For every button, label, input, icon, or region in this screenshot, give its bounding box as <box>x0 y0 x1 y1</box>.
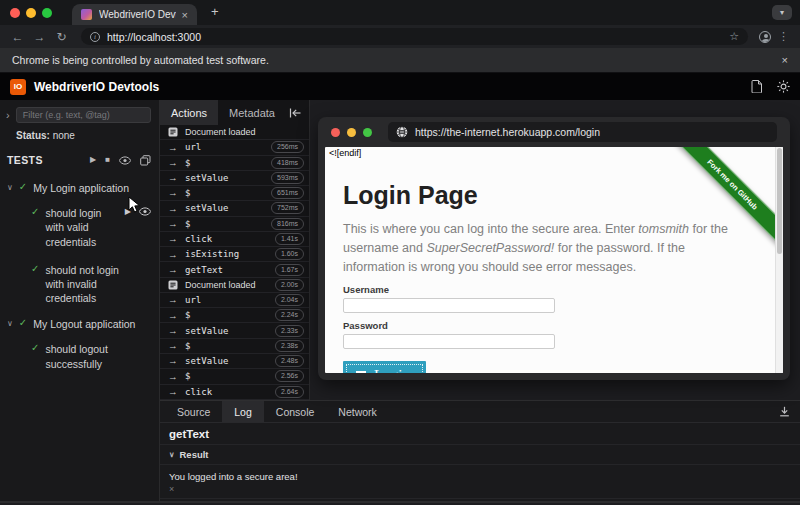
action-row[interactable]: →getText1.67s <box>160 262 309 277</box>
passed-check-icon: ✓ <box>31 342 39 354</box>
tab-log[interactable]: Log <box>222 401 264 422</box>
chevron-down-icon[interactable]: ∨ <box>7 181 13 192</box>
test-group-header[interactable]: ∨✓My Login application <box>0 176 159 199</box>
page-scrollbar[interactable] <box>775 147 783 373</box>
address-bar[interactable]: i http://localhost:3000 ☆ <box>81 28 748 45</box>
action-label: $ <box>185 310 268 320</box>
replay-url: https://the-internet.herokuapp.com/login <box>415 126 600 138</box>
action-label: url <box>185 295 268 305</box>
address-url[interactable]: http://localhost:3000 <box>107 31 722 43</box>
result-dismiss-icon[interactable]: × <box>169 484 791 494</box>
reload-icon[interactable]: ↻ <box>53 31 70 43</box>
run-spec-play-icon[interactable]: ▶ <box>125 208 131 216</box>
result-label: Result <box>180 449 209 460</box>
result-message: You logged into a secure area! <box>169 471 791 482</box>
sidebar-collapse-icon[interactable]: › <box>6 110 10 121</box>
action-row[interactable]: →url2.04s <box>160 293 309 308</box>
action-row[interactable]: →$418ms <box>160 156 309 171</box>
test-spec-row[interactable]: ✓should logout successfully <box>0 335 159 377</box>
action-label: click <box>185 234 268 244</box>
action-row[interactable]: →setValue593ms <box>160 171 309 186</box>
window-close-button[interactable] <box>10 8 20 18</box>
action-row[interactable]: →$2.24s <box>160 308 309 323</box>
test-spec-row[interactable]: ✓should login with valid credentials▶ <box>0 199 159 256</box>
tab-actions[interactable]: Actions <box>160 100 218 125</box>
automation-banner-text: Chrome is being controlled by automated … <box>12 54 269 66</box>
action-row[interactable]: →$2.56s <box>160 369 309 384</box>
tab-close-icon[interactable]: × <box>176 9 188 21</box>
username-label: Username <box>343 284 743 295</box>
action-row[interactable]: Document loaded2.00s <box>160 278 309 293</box>
action-row[interactable]: →$816ms <box>160 217 309 232</box>
action-row[interactable]: →$651ms <box>160 186 309 201</box>
theme-toggle-sun-icon[interactable] <box>777 80 790 93</box>
download-log-icon[interactable] <box>779 406 790 417</box>
tab-network[interactable]: Network <box>326 401 389 422</box>
action-row[interactable]: →url256ms <box>160 140 309 155</box>
app-title: WebdriverIO Devtools <box>34 80 159 94</box>
fork-me-ribbon[interactable]: Fork me on GitHub <box>667 147 775 250</box>
window-minimize-button[interactable] <box>26 8 36 18</box>
stop-icon[interactable]: ■ <box>105 156 110 164</box>
tab-source[interactable]: Source <box>165 401 222 422</box>
report-file-icon[interactable] <box>751 80 763 93</box>
action-row[interactable]: →setValue2.48s <box>160 354 309 369</box>
test-spec-row[interactable]: ✓should not login with invalid credentia… <box>0 256 159 313</box>
browser-tab[interactable]: WebdriverIO Devtools × <box>72 4 197 25</box>
forward-icon[interactable]: → <box>31 31 48 43</box>
copy-layers-icon[interactable] <box>140 155 151 166</box>
collapse-panel-button[interactable] <box>289 104 309 122</box>
replay-browser-window: https://the-internet.herokuapp.com/login… <box>318 117 790 380</box>
action-row[interactable]: →isExisting1.60s <box>160 247 309 262</box>
action-time-badge: 2.64s <box>275 386 304 398</box>
tab-search-button[interactable]: ▾ <box>772 5 792 20</box>
action-row[interactable]: →click1.41s <box>160 232 309 247</box>
tab-console[interactable]: Console <box>264 401 327 422</box>
browser-menu-icon[interactable]: ⋮ <box>776 30 791 43</box>
bookmark-star-icon[interactable]: ☆ <box>729 30 739 43</box>
watch-eye-icon[interactable] <box>119 156 131 165</box>
collapse-panel-icon[interactable] <box>289 108 301 118</box>
status-label: Status: <box>16 130 50 141</box>
test-spec-name: should login with valid credentials <box>45 206 118 249</box>
test-group: ∨✓My Login application✓should login with… <box>0 176 159 312</box>
action-row[interactable]: →setValue752ms <box>160 201 309 216</box>
action-label: setValue <box>185 356 268 366</box>
username-input[interactable] <box>343 298 555 313</box>
back-icon[interactable]: ← <box>9 31 26 43</box>
action-label: $ <box>185 219 264 229</box>
action-label: $ <box>185 158 264 168</box>
tab-metadata[interactable]: Metadata <box>218 100 286 125</box>
command-arrow-icon: → <box>168 372 178 382</box>
action-row[interactable]: →$2.38s <box>160 339 309 354</box>
password-input[interactable] <box>343 334 555 349</box>
action-row[interactable]: →setValue2.33s <box>160 323 309 338</box>
test-spec-name: should not login with invalid credential… <box>45 263 125 306</box>
test-group-header[interactable]: ∨✓My Logout application <box>0 312 159 335</box>
highlight-eye-icon[interactable] <box>139 207 151 216</box>
action-row[interactable]: →click2.64s <box>160 385 309 400</box>
command-arrow-icon: → <box>168 234 178 244</box>
action-label: setValue <box>185 203 264 213</box>
login-button[interactable]: Login <box>343 361 426 373</box>
page-scrollbar-thumb[interactable] <box>777 148 782 254</box>
profile-avatar-icon[interactable] <box>759 31 771 43</box>
action-time-badge: 752ms <box>271 202 304 214</box>
page-info-icon[interactable]: i <box>90 32 100 42</box>
endif-comment-text: <![endif] <box>329 148 361 158</box>
new-tab-button[interactable]: + <box>197 4 219 22</box>
tests-sidebar: › Status: none TESTS ▶ ■ ∨✓My Login appl… <box>0 100 160 501</box>
password-label: Password <box>343 320 743 331</box>
banner-close-icon[interactable]: × <box>782 54 788 66</box>
result-section-header[interactable]: ∨ Result <box>160 445 800 465</box>
test-group-name: My Logout application <box>33 317 135 331</box>
test-tree: ∨✓My Login application✓should login with… <box>0 170 159 378</box>
filter-input[interactable] <box>16 107 151 123</box>
passed-check-icon: ✓ <box>31 263 39 275</box>
action-row[interactable]: Document loaded <box>160 125 309 140</box>
run-all-play-icon[interactable]: ▶ <box>90 156 96 164</box>
chevron-down-icon[interactable]: ∨ <box>7 317 13 328</box>
window-zoom-button[interactable] <box>42 8 52 18</box>
command-arrow-icon: → <box>168 158 178 168</box>
spec-hover-actions: ▶ <box>125 206 155 216</box>
